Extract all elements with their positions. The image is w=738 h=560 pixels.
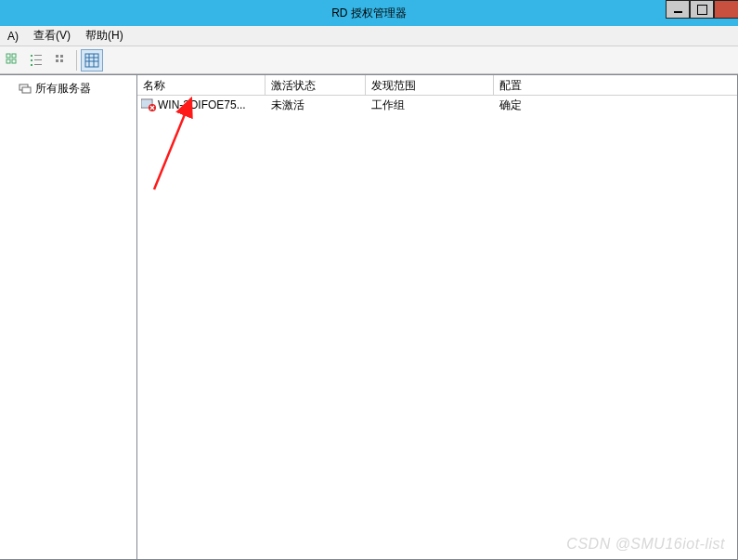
servers-icon	[19, 83, 32, 96]
toolbar-view-1[interactable]	[2, 49, 24, 72]
column-name[interactable]: 名称	[137, 75, 265, 95]
main-area: 所有服务器 名称 激活状态 发现范围 配置 WIN-2OIFOE75... 未激…	[0, 74, 738, 560]
menu-help[interactable]: 帮助(H)	[80, 26, 129, 46]
svg-rect-9	[34, 64, 42, 65]
cell-scope: 工作组	[366, 97, 494, 114]
cell-name-text: WIN-2OIFOE75...	[158, 98, 246, 111]
close-button[interactable]	[714, 0, 738, 19]
svg-rect-12	[56, 59, 58, 62]
column-discovery-scope[interactable]: 发现范围	[366, 75, 494, 95]
menu-view[interactable]: 查看(V)	[28, 26, 76, 46]
window-controls	[666, 0, 738, 19]
sidebar: 所有服务器	[0, 74, 137, 560]
cell-config: 确定	[494, 97, 737, 114]
svg-rect-7	[34, 59, 42, 60]
menu-action[interactable]: A)	[2, 28, 24, 45]
svg-rect-14	[85, 54, 98, 67]
content-pane: 名称 激活状态 发现范围 配置 WIN-2OIFOE75... 未激活 工作组 …	[137, 74, 738, 560]
column-activation-status[interactable]: 激活状态	[265, 75, 366, 95]
menu-bar: A) 查看(V) 帮助(H)	[0, 26, 738, 46]
svg-rect-5	[34, 55, 42, 56]
minimize-button[interactable]	[666, 0, 690, 19]
svg-rect-2	[12, 54, 16, 58]
cell-name: WIN-2OIFOE75...	[137, 98, 265, 112]
tree-all-servers[interactable]: 所有服务器	[0, 79, 136, 98]
svg-rect-4	[31, 55, 32, 57]
tree-item-label: 所有服务器	[35, 81, 91, 97]
cell-status: 未激活	[265, 97, 366, 114]
svg-rect-0	[6, 54, 10, 58]
title-bar: RD 授权管理器	[0, 0, 738, 26]
toolbar-view-3[interactable]	[50, 49, 72, 72]
toolbar-view-4[interactable]	[81, 49, 103, 72]
svg-rect-8	[31, 64, 32, 66]
server-error-icon	[141, 98, 156, 111]
svg-rect-13	[60, 59, 63, 62]
svg-rect-1	[6, 59, 10, 63]
svg-rect-10	[56, 55, 58, 58]
list-header: 名称 激活状态 发现范围 配置	[137, 75, 737, 96]
toolbar-separator	[76, 50, 77, 71]
svg-rect-3	[12, 59, 16, 63]
toolbar-view-2[interactable]	[26, 49, 48, 72]
window-title: RD 授权管理器	[331, 6, 407, 21]
table-row[interactable]: WIN-2OIFOE75... 未激活 工作组 确定	[137, 96, 737, 114]
column-configuration[interactable]: 配置	[494, 75, 737, 95]
svg-rect-20	[22, 87, 31, 93]
maximize-button[interactable]	[690, 0, 714, 19]
svg-rect-6	[31, 59, 32, 61]
toolbar	[0, 46, 738, 74]
svg-rect-11	[60, 55, 63, 58]
